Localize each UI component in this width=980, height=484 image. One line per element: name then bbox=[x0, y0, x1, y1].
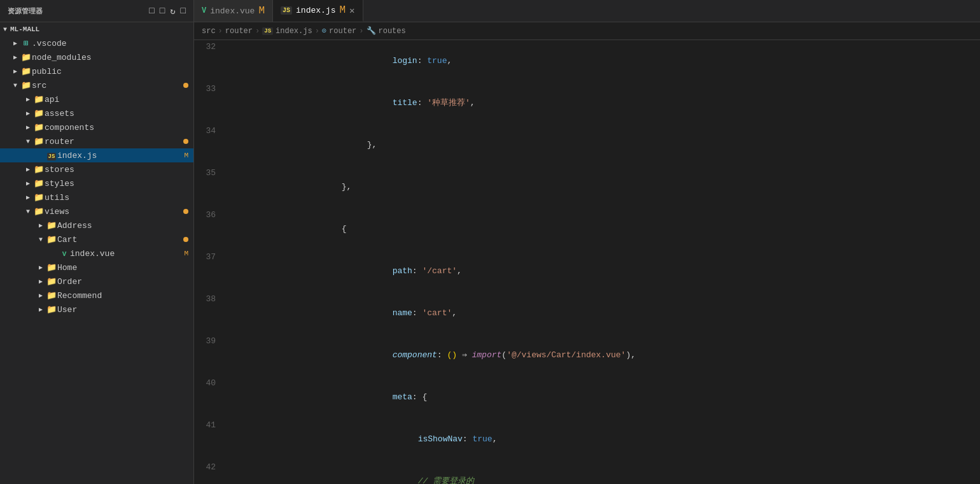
sidebar-item-stores[interactable]: ▶ 📁 stores bbox=[0, 162, 193, 176]
sidebar-item-router[interactable]: ▼ 📁 router bbox=[0, 134, 193, 148]
tab-modified-badge: M bbox=[258, 6, 265, 16]
line-content: component: () ⇒ import('@/views/Cart/ind… bbox=[226, 334, 980, 376]
sidebar-item-order[interactable]: ▶ 📁 Order bbox=[0, 274, 193, 288]
sidebar-label: Recommend bbox=[57, 291, 193, 301]
sidebar-item-styles[interactable]: ▶ 📁 styles bbox=[0, 176, 193, 190]
expand-arrow: ▶ bbox=[10, 39, 20, 47]
tab-index-js[interactable]: JS index.js M ✕ bbox=[273, 0, 363, 22]
collapse-icon[interactable]: □ bbox=[181, 6, 186, 17]
code-line: 34 }, bbox=[194, 124, 980, 166]
sidebar-label: .vscode bbox=[32, 39, 193, 48]
code-line: 39 component: () ⇒ import('@/views/Cart/… bbox=[194, 334, 980, 376]
code-editor[interactable]: 32 login: true, 33 title: '种草推荐', 34 bbox=[194, 40, 980, 484]
sidebar-item-src[interactable]: ▼ 📁 src bbox=[0, 78, 193, 92]
new-folder-icon[interactable]: □ bbox=[160, 6, 165, 17]
modified-indicator: M bbox=[184, 152, 188, 159]
sidebar-label: router bbox=[45, 137, 183, 146]
sidebar-item-components[interactable]: ▶ 📁 components bbox=[0, 120, 193, 134]
line-number: 38 bbox=[194, 292, 226, 306]
sidebar-item-recommend[interactable]: ▶ 📁 Recommend bbox=[0, 288, 193, 302]
folder-icon: 📁 bbox=[46, 290, 57, 301]
sidebar-item-assets[interactable]: ▶ 📁 assets bbox=[0, 106, 193, 120]
breadcrumb-routes: routes bbox=[379, 27, 406, 36]
sidebar-label: Address bbox=[57, 221, 193, 231]
sidebar-item-home[interactable]: ▶ 📁 Home bbox=[0, 260, 193, 274]
sidebar-item-address[interactable]: ▶ 📁 Address bbox=[0, 218, 193, 232]
modified-indicator: M bbox=[184, 250, 188, 257]
refresh-icon[interactable]: ↻ bbox=[170, 6, 175, 17]
sidebar-label: index.vue bbox=[70, 249, 184, 259]
line-number: 33 bbox=[194, 82, 226, 96]
line-number: 41 bbox=[194, 418, 226, 432]
line-content: name: 'cart', bbox=[226, 292, 980, 334]
root-label: ML-MALL bbox=[10, 25, 193, 33]
line-content: }, bbox=[226, 124, 980, 166]
expand-arrow: ▼ bbox=[0, 26, 10, 33]
folder-icon: 📁 bbox=[33, 192, 45, 203]
line-number: 32 bbox=[194, 40, 226, 54]
main-area: ▼ ML-MALL ▶ ⊞ .vscode ▶ 📁 node_modules ▶… bbox=[0, 22, 980, 484]
sidebar-item-cart-index[interactable]: V index.vue M bbox=[0, 246, 193, 260]
sidebar-item-api[interactable]: ▶ 📁 api bbox=[0, 92, 193, 106]
modified-indicator bbox=[183, 209, 188, 214]
sidebar-item-user[interactable]: ▶ 📁 User bbox=[0, 302, 193, 317]
sidebar-item-vscode[interactable]: ▶ ⊞ .vscode bbox=[0, 36, 193, 50]
line-number: 35 bbox=[194, 166, 226, 180]
sidebar-label: stores bbox=[45, 165, 193, 174]
sidebar-root[interactable]: ▼ ML-MALL bbox=[0, 22, 193, 36]
js-icon: JS bbox=[281, 6, 292, 15]
vue-icon: V bbox=[202, 6, 206, 15]
tab-label: index.vue bbox=[210, 6, 255, 16]
expand-arrow: ▶ bbox=[36, 306, 46, 313]
expand-arrow: ▶ bbox=[23, 194, 33, 201]
code-line: 33 title: '种草推荐', bbox=[194, 82, 980, 124]
breadcrumb: src › router › JS index.js › ⊙ router › … bbox=[194, 22, 980, 40]
folder-icon: 📁 bbox=[46, 262, 57, 273]
folder-icon: 📁 bbox=[33, 122, 45, 132]
line-content: isShowNav: true, bbox=[226, 418, 980, 460]
sidebar-item-cart[interactable]: ▼ 📁 Cart bbox=[0, 232, 193, 246]
tab-close-button[interactable]: ✕ bbox=[349, 5, 354, 16]
expand-arrow: ▶ bbox=[36, 292, 46, 299]
folder-icon: ⊞ bbox=[20, 38, 32, 48]
expand-arrow: ▶ bbox=[23, 110, 33, 117]
code-line: 37 path: '/cart', bbox=[194, 250, 980, 292]
sidebar-item-views[interactable]: ▼ 📁 views bbox=[0, 204, 193, 218]
sidebar-item-public[interactable]: ▶ 📁 public bbox=[0, 64, 193, 78]
breadcrumb-router: router bbox=[225, 27, 253, 36]
sidebar-item-node-modules[interactable]: ▶ 📁 node_modules bbox=[0, 50, 193, 64]
tab-modified-badge: M bbox=[339, 5, 346, 15]
line-content: { bbox=[226, 208, 980, 250]
line-number: 34 bbox=[194, 124, 226, 138]
code-line: 35 }, bbox=[194, 166, 980, 208]
expand-arrow: ▶ bbox=[36, 222, 46, 229]
sidebar-label: public bbox=[32, 67, 193, 76]
vue-file-icon: V bbox=[59, 249, 70, 259]
sidebar-label: assets bbox=[45, 109, 193, 118]
breadcrumb-sep: › bbox=[315, 27, 319, 36]
new-file-icon[interactable]: □ bbox=[149, 6, 154, 17]
explorer-toolbar[interactable]: □ □ ↻ □ bbox=[149, 6, 186, 17]
line-number: 42 bbox=[194, 460, 226, 474]
tab-index-vue[interactable]: V index.vue M bbox=[194, 0, 273, 22]
sidebar-item-router-index[interactable]: JS index.js M bbox=[0, 148, 193, 162]
sidebar-label: index.js bbox=[57, 151, 184, 160]
expand-arrow: ▶ bbox=[23, 124, 33, 131]
content-area: src › router › JS index.js › ⊙ router › … bbox=[194, 22, 980, 484]
explorer-label: 资源管理器 bbox=[8, 6, 43, 16]
expand-arrow: ▶ bbox=[10, 68, 20, 75]
expand-arrow: ▶ bbox=[23, 96, 33, 103]
sidebar-label: src bbox=[32, 81, 183, 90]
folder-icon: 📁 bbox=[33, 136, 45, 146]
line-content: login: true, bbox=[226, 40, 980, 82]
modified-indicator bbox=[183, 237, 188, 242]
sidebar-label: Order bbox=[57, 277, 193, 287]
sidebar-item-utils[interactable]: ▶ 📁 utils bbox=[0, 190, 193, 204]
code-line: 36 { bbox=[194, 208, 980, 250]
breadcrumb-icon: ⊙ bbox=[322, 26, 326, 36]
title-bar: 资源管理器 □ □ ↻ □ V index.vue M JS index.js … bbox=[0, 0, 980, 22]
expand-arrow: ▶ bbox=[10, 53, 20, 61]
breadcrumb-sep: › bbox=[218, 27, 223, 36]
code-line: 41 isShowNav: true, bbox=[194, 418, 980, 460]
line-content: meta: { bbox=[226, 376, 980, 418]
